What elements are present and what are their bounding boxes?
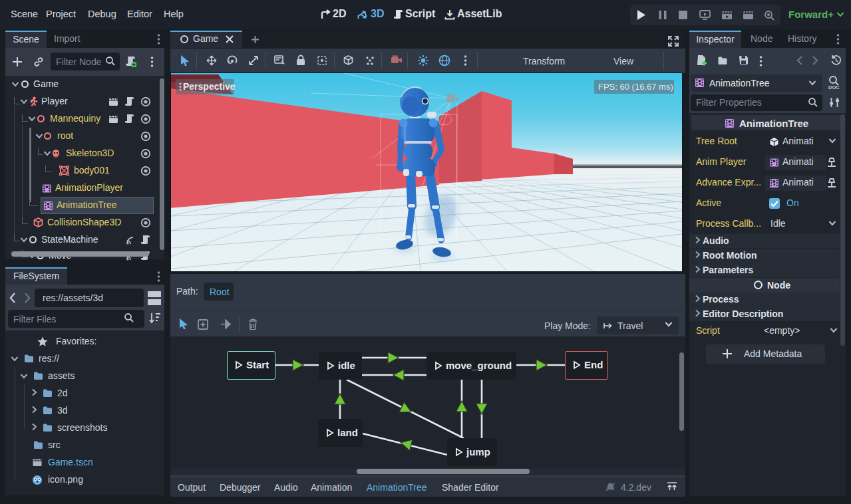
svg-text:DOC: DOC xyxy=(828,84,840,90)
